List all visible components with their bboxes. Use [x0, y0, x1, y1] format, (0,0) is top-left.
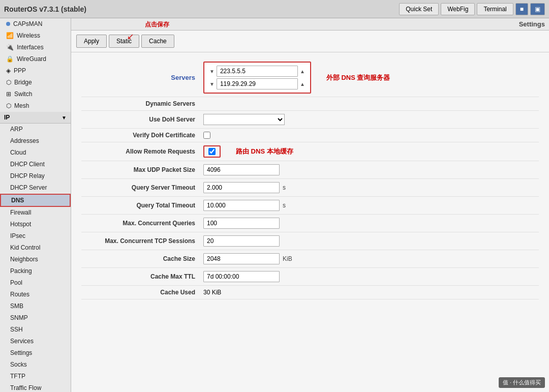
app-title: RouterOS v7.3.1 (stable)	[4, 5, 86, 13]
query-total-timeout-row: Query Total Timeout s	[81, 197, 539, 215]
sidebar-item-ipsec[interactable]: IPsec	[0, 230, 71, 242]
callout-allow: 路由 DNS 本地缓存	[236, 147, 293, 156]
dynamic-servers-label: Dynamic Servers	[81, 100, 203, 107]
sidebar-item-smb[interactable]: SMB	[0, 300, 71, 312]
max-concurrent-queries-input[interactable]	[203, 218, 280, 229]
query-server-timeout-unit: s	[283, 184, 286, 191]
cache-max-ttl-label: Cache Max TTL	[81, 273, 203, 280]
sidebar-item-pool[interactable]: Pool	[0, 277, 71, 289]
query-server-timeout-input[interactable]	[203, 182, 280, 193]
use-doh-select[interactable]	[203, 114, 285, 125]
allow-remote-control	[203, 145, 221, 158]
sidebar-item-switch[interactable]: ⊞ Switch	[0, 88, 71, 100]
sidebar-item-dns[interactable]: DNS	[0, 194, 71, 207]
arrow-icon: ↙	[127, 32, 134, 41]
verify-doh-checkbox[interactable]	[203, 132, 210, 139]
cache-max-ttl-row: Cache Max TTL	[81, 268, 539, 286]
apply-button[interactable]: Apply	[76, 35, 107, 48]
query-total-timeout-control: s	[203, 200, 286, 211]
sidebar-item-bridge[interactable]: ⬡ Bridge	[0, 77, 71, 88]
icon2-button[interactable]: ▣	[530, 3, 545, 15]
max-concurrent-queries-label: Max. Concurrent Queries	[81, 220, 203, 227]
sidebar-item-ppp[interactable]: ◈ PPP	[0, 65, 71, 77]
verify-doh-control	[203, 132, 210, 139]
max-udp-input[interactable]	[203, 164, 280, 175]
chevron-down-icon: ▼	[62, 115, 67, 120]
query-server-timeout-row: Query Server Timeout s	[81, 179, 539, 197]
sidebar: CAPsMAN 📶 Wireless 🔌 Interfaces 🔒 WireGu…	[0, 18, 71, 392]
sidebar-item-wireless[interactable]: 📶 Wireless	[0, 30, 71, 42]
sidebar-item-firewall[interactable]: Firewall	[0, 207, 71, 219]
quick-set-button[interactable]: Quick Set	[399, 3, 439, 15]
sidebar-item-socks[interactable]: Socks	[0, 359, 71, 371]
sidebar-item-cloud[interactable]: Cloud	[0, 147, 71, 159]
max-udp-row: Max UDP Packet Size	[81, 161, 539, 179]
cache-size-label: Cache Size	[81, 255, 203, 262]
query-total-timeout-label: Query Total Timeout	[81, 202, 203, 209]
sidebar-item-routes[interactable]: Routes	[0, 289, 71, 300]
webfig-button[interactable]: WebFig	[441, 3, 475, 15]
max-concurrent-tcp-row: Max. Concurrent TCP Sessions	[81, 232, 539, 250]
sidebar-item-dhcp-server[interactable]: DHCP Server	[0, 182, 71, 194]
server2-up-icon[interactable]: ▲	[300, 81, 305, 87]
switch-icon: ⊞	[6, 91, 11, 98]
annotation-save: 点击保存	[145, 20, 169, 29]
use-doh-row: Use DoH Server	[81, 111, 539, 129]
cache-used-control: 30 KiB	[203, 289, 221, 296]
mesh-icon: ⬡	[6, 102, 11, 109]
cache-button[interactable]: Cache	[141, 35, 174, 48]
sidebar-item-dhcp-client[interactable]: DHCP Client	[0, 159, 71, 170]
sidebar-item-packing[interactable]: Packing	[0, 265, 71, 277]
query-server-timeout-control: s	[203, 182, 286, 193]
server1-arrow-icon: ▼	[209, 69, 215, 74]
callout-servers: 外部 DNS 查询服务器	[326, 73, 390, 82]
sidebar-item-snmp[interactable]: SNMP	[0, 312, 71, 324]
sidebar-item-traffic-flow[interactable]: Traffic Flow	[0, 382, 71, 392]
wireguard-icon: 🔒	[6, 55, 14, 63]
query-total-timeout-input[interactable]	[203, 200, 280, 211]
static-button[interactable]: Static	[109, 35, 139, 48]
sidebar-item-wireguard[interactable]: 🔒 WireGuard	[0, 53, 71, 65]
use-doh-control	[203, 114, 285, 125]
server-row-2: ▼ ▲	[209, 78, 305, 89]
allow-remote-checkbox[interactable]	[208, 148, 216, 155]
icon1-button[interactable]: ■	[515, 3, 528, 15]
sidebar-group-ip-label: IP	[4, 114, 10, 121]
use-doh-label: Use DoH Server	[81, 116, 203, 123]
sidebar-item-services[interactable]: Services	[0, 336, 71, 347]
sidebar-item-mesh[interactable]: ⬡ Mesh	[0, 100, 71, 112]
sidebar-item-tftp[interactable]: TFTP	[0, 371, 71, 382]
cache-size-input[interactable]	[203, 253, 280, 264]
main-layout: CAPsMAN 📶 Wireless 🔌 Interfaces 🔒 WireGu…	[0, 18, 549, 392]
dns-form: Servers ▼ ▲ ▼ ▲	[71, 52, 549, 392]
sidebar-item-neighbors[interactable]: Neighbors	[0, 254, 71, 265]
server2-input[interactable]	[217, 78, 298, 89]
sidebar-item-addresses[interactable]: Addresses	[0, 135, 71, 147]
sidebar-group-ip[interactable]: IP ▼	[0, 112, 71, 124]
server1-input[interactable]	[217, 66, 298, 77]
servers-box: ▼ ▲ ▼ ▲	[203, 62, 311, 94]
max-concurrent-tcp-label: Max. Concurrent TCP Sessions	[81, 237, 203, 245]
sidebar-item-interfaces[interactable]: 🔌 Interfaces	[0, 42, 71, 53]
cache-size-control: KiB	[203, 253, 292, 264]
cache-size-unit: KiB	[283, 255, 292, 262]
cache-max-ttl-input[interactable]	[203, 271, 280, 282]
sidebar-item-kid-control[interactable]: Kid Control	[0, 242, 71, 254]
top-bar: RouterOS v7.3.1 (stable) Quick Set WebFi…	[0, 0, 549, 18]
cache-used-label: Cache Used	[81, 289, 203, 296]
verify-doh-label: Verify DoH Certificate	[81, 132, 203, 139]
cache-size-row: Cache Size KiB	[81, 250, 539, 268]
allow-remote-label: Allow Remote Requests	[81, 148, 203, 155]
sidebar-item-settings[interactable]: Settings	[0, 347, 71, 359]
sidebar-item-hotspot[interactable]: Hotspot	[0, 219, 71, 230]
top-bar-actions: Quick Set WebFig Terminal ■ ▣	[399, 3, 545, 15]
sidebar-item-dhcp-relay[interactable]: DHCP Relay	[0, 170, 71, 182]
max-concurrent-tcp-input[interactable]	[203, 235, 280, 247]
cache-used-value: 30 KiB	[203, 289, 221, 296]
sidebar-item-ssh[interactable]: SSH	[0, 324, 71, 336]
terminal-button[interactable]: Terminal	[477, 3, 513, 15]
server1-up-icon[interactable]: ▲	[300, 69, 305, 74]
sidebar-item-arp[interactable]: ARP	[0, 124, 71, 135]
sidebar-item-capsman[interactable]: CAPsMAN	[0, 18, 71, 30]
bridge-icon: ⬡	[6, 79, 11, 86]
